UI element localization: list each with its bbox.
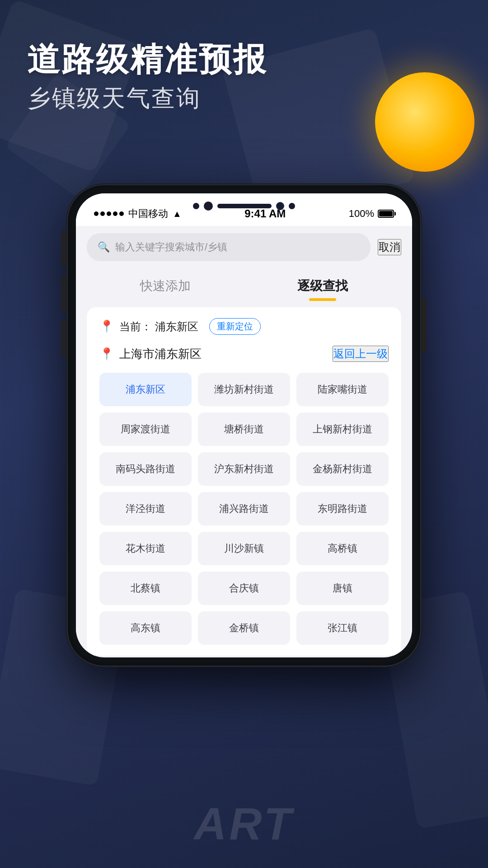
grid-item-9[interactable]: 金杨新村街道 [296, 452, 389, 486]
phone-shell: 中国移动 ▲ 9:41 AM 100% 🔍 输入关键字搜索城市/乡 [68, 185, 420, 666]
grid-item-4[interactable]: 周家渡街道 [99, 413, 192, 446]
district-pin-icon: 📍 [99, 347, 114, 361]
grid-item-19[interactable]: 高东镇 [99, 611, 192, 645]
grid-item-8[interactable]: 沪东新村街道 [198, 452, 290, 486]
cancel-button[interactable]: 取消 [378, 239, 401, 255]
grid-item-20[interactable]: 金桥镇 [198, 611, 290, 645]
search-bar[interactable]: 🔍 输入关键字搜索城市/乡镇 [87, 233, 371, 261]
status-bar: 中国移动 ▲ 9:41 AM 100% [76, 193, 412, 226]
grid-item-10[interactable]: 洋泾街道 [99, 492, 192, 525]
top-sensor-bar [193, 202, 295, 211]
search-icon: 🔍 [98, 241, 110, 253]
phone-frame: 中国移动 ▲ 9:41 AM 100% 🔍 输入关键字搜索城市/乡 [68, 185, 420, 666]
battery-percentage: 100% [349, 208, 374, 220]
grid-item-21[interactable]: 张江镇 [296, 611, 389, 645]
tab-active-indicator [309, 298, 336, 301]
search-input[interactable]: 输入关键字搜索城市/乡镇 [115, 240, 227, 254]
header-section: 道路级精准预报 乡镇级天气查询 [27, 41, 267, 114]
sensor-3 [289, 203, 295, 209]
grid-item-15[interactable]: 高桥镇 [296, 532, 389, 565]
search-row: 🔍 输入关键字搜索城市/乡镇 取消 [87, 233, 401, 261]
header-title-line2: 乡镇级天气查询 [27, 83, 267, 114]
district-row: 📍 上海市浦东新区 返回上一级 [99, 346, 389, 362]
status-left: 中国移动 ▲ [94, 201, 182, 221]
wifi-icon: ▲ [173, 209, 182, 219]
signal-dot-5 [119, 211, 124, 216]
status-right: 100% [349, 202, 394, 220]
location-card: 📍 当前： 浦东新区 重新定位 📍 上海市浦东新区 返回上一级 [87, 307, 401, 656]
tab-quick-add[interactable]: 快速添加 [131, 274, 200, 298]
sun-orb [375, 72, 474, 172]
relocate-button[interactable]: 重新定位 [209, 318, 261, 335]
battery-fill [379, 211, 393, 216]
current-location-row: 📍 当前： 浦东新区 重新定位 [99, 318, 389, 335]
battery-icon [378, 210, 394, 218]
grid-item-12[interactable]: 东明路街道 [296, 492, 389, 525]
tab-step-find[interactable]: 逐级查找 [288, 274, 357, 298]
grid-item-3[interactable]: 陆家嘴街道 [296, 373, 389, 406]
grid-item-16[interactable]: 北蔡镇 [99, 572, 192, 605]
grid-item-6[interactable]: 上钢新村街道 [296, 413, 389, 446]
sensor-1 [193, 203, 199, 209]
grid-item-5[interactable]: 塘桥街道 [198, 413, 290, 446]
bottom-watermark-area: aRt [0, 798, 488, 850]
watermark-text: aRt [194, 798, 294, 850]
back-button[interactable]: 返回上一级 [333, 346, 389, 362]
signal-dot-1 [94, 211, 99, 216]
grid-item-13[interactable]: 花木街道 [99, 532, 192, 565]
signal-strength [94, 211, 124, 216]
current-location-label: 当前： 浦东新区 [119, 319, 198, 334]
phone-screen: 中国移动 ▲ 9:41 AM 100% 🔍 输入关键字搜索城市/乡 [76, 193, 412, 657]
front-camera [276, 202, 284, 210]
grid-item-7[interactable]: 南码头路街道 [99, 452, 192, 486]
grid-item-17[interactable]: 合庆镇 [198, 572, 290, 605]
district-name: 上海市浦东新区 [119, 346, 202, 362]
tabs-row: 快速添加 逐级查找 [87, 270, 401, 307]
location-pin-icon: 📍 [99, 319, 114, 333]
signal-dot-2 [100, 211, 105, 216]
sensor-2 [204, 202, 213, 211]
grid-item-14[interactable]: 川沙新镇 [198, 532, 290, 565]
grid-item-1[interactable]: 浦东新区 [99, 373, 192, 406]
grid-item-11[interactable]: 浦兴路街道 [198, 492, 290, 525]
header-title-line1: 道路级精准预报 [27, 41, 267, 78]
app-content: 🔍 输入关键字搜索城市/乡镇 取消 快速添加 逐级查找 [76, 226, 412, 656]
speaker [217, 204, 272, 208]
carrier-name: 中国移动 [128, 207, 168, 221]
signal-dot-3 [107, 211, 111, 216]
district-left: 📍 上海市浦东新区 [99, 346, 202, 362]
grid-item-2[interactable]: 潍坊新村街道 [198, 373, 290, 406]
grid-item-18[interactable]: 唐镇 [296, 572, 389, 605]
district-grid: 浦东新区潍坊新村街道陆家嘴街道周家渡街道塘桥街道上钢新村街道南码头路街道沪东新村… [99, 373, 389, 645]
signal-dot-4 [113, 211, 117, 216]
